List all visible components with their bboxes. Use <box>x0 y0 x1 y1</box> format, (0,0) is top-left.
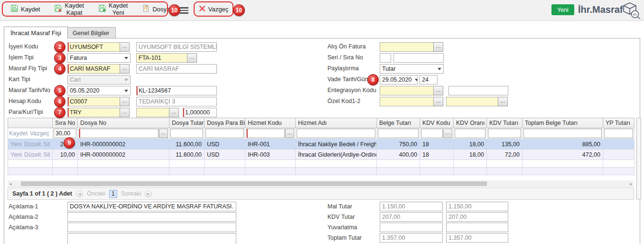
row-new-link[interactable]: Yeni <box>10 151 22 158</box>
fatura-kodu-lookup-button[interactable] <box>187 53 197 63</box>
col-header-kdv-tutari[interactable]: KDV Tutarı <box>487 118 523 128</box>
col-header-toplam-belge-tutari[interactable]: Toplam Belge Tutarı <box>523 118 603 128</box>
cube-search-icon[interactable] <box>620 1 642 22</box>
col-header-dosya-tutar[interactable]: Dosya Tutar <box>169 118 205 128</box>
pager-next-button[interactable]: Sonraki <box>121 190 141 197</box>
edit-hizmet-kodu-lookup-button[interactable] <box>285 129 294 138</box>
row-delete-link[interactable]: Sil <box>43 141 50 148</box>
h-scroll-right-arrow[interactable]: › <box>627 180 634 187</box>
grid-save-link[interactable]: Kaydet <box>9 130 28 137</box>
kur-degeri-input[interactable]: 1,000000 <box>183 108 217 117</box>
aciklama-extra-input[interactable] <box>67 233 236 244</box>
cell-dosya-tutar: 11.600,00 <box>169 139 205 150</box>
edit-yp-tutari-input[interactable] <box>604 129 633 138</box>
col-header-hizmet-adi[interactable]: Hizmet Adı <box>296 118 377 128</box>
annotation-badge-5: 5 <box>54 85 65 96</box>
edit-dosya-tutar-input[interactable] <box>170 129 203 138</box>
edit-dosya-para-birimi-input[interactable] <box>205 129 244 138</box>
masraf-tarih-datepicker[interactable]: 05.05.2020 <box>67 86 131 95</box>
aciklama-1-input[interactable]: DOSYA NAKLİYE-ORDİNO VE ARDİYE MASRAF FA… <box>67 202 236 211</box>
entegrasyon-kodu-lookup-button[interactable] <box>433 86 443 95</box>
annotation-badge-4: 4 <box>54 63 65 75</box>
para-birimi-lookup-button[interactable] <box>120 108 130 117</box>
cell-yp-tutari <box>603 139 635 150</box>
row-edit-link[interactable]: Düzelt <box>24 141 41 148</box>
masraf-no-input[interactable]: KL-1234567 <box>136 86 217 95</box>
ihr-masraf-window: Kaydet Kaydet Kapat Kaydet Yeni Dosya 10… <box>0 0 644 244</box>
vade-tarih-datepicker[interactable]: 29.05.2020 <box>380 75 418 84</box>
cell-hizmet-adi: İhracat Giderleri(Ardiye-Ordino) <box>296 150 377 160</box>
label-aciklama-3: Açıklama-3 <box>9 224 38 231</box>
pager-prev-button[interactable]: Önceki <box>87 190 105 197</box>
h-scrollbar-thumb[interactable] <box>21 181 487 186</box>
alis-on-fatura-input[interactable] <box>380 42 434 52</box>
col-header-belge-tutari[interactable]: Belge Tutarı <box>377 118 420 128</box>
col-header-kdv-kodu[interactable]: KDV Kodu <box>420 118 454 128</box>
islem-tipi-select[interactable]: Fatura <box>67 53 131 63</box>
col-header-yp-tutari[interactable]: YP Tutarı <box>603 118 635 128</box>
table-row[interactable]: YeniDüzeltSilKopyala 10,00 IHR-000000000… <box>8 150 635 160</box>
v-scrollbar[interactable] <box>636 118 641 199</box>
edit-kdv-kodu-input[interactable] <box>421 129 443 138</box>
col-header-sira-no[interactable]: Sıra No <box>53 118 78 128</box>
edit-dosya-no-input[interactable] <box>79 129 159 138</box>
expense-lines-table: Sıra No Dosya No Dosya Tutar Dosya Para … <box>8 118 635 175</box>
row-delete-link[interactable]: Sil <box>43 151 50 158</box>
ozel-kod-2-input[interactable] <box>446 97 498 106</box>
edit-kdv-kodu-lookup-button[interactable] <box>443 129 452 138</box>
edit-hizmet-kodu-input[interactable] <box>246 129 285 138</box>
kur-tipi-lookup-button[interactable] <box>169 108 179 117</box>
isyeri-kodu-input[interactable]: UYUMSOFT <box>67 42 120 52</box>
sira-no-input[interactable] <box>393 53 444 63</box>
col-header-hizmet-kodu[interactable]: Hizmet Kodu <box>245 118 296 128</box>
tab-ihracat-masraf-fisi[interactable]: İhracat Masraf Fişi <box>4 27 68 38</box>
col-header-kdv-orani[interactable]: KDV Oranı <box>454 118 487 128</box>
paylastirma-select[interactable]: Tutar <box>380 64 444 74</box>
col-header-dosya-no[interactable]: Dosya No <box>78 118 169 128</box>
table-row[interactable]: YeniDüzeltSilKopyala 20,00 IHR-000000000… <box>8 139 635 150</box>
seri-input[interactable] <box>380 53 391 63</box>
hesap-kodu-input[interactable]: C0007 <box>67 97 120 106</box>
entegrasyon-kodu-input[interactable] <box>380 86 434 95</box>
ozel-kod-2-lookup-button[interactable] <box>498 97 508 106</box>
row-new-link[interactable]: Yeni <box>10 141 22 148</box>
toplam-tutar-input-2: 1.357,00 <box>446 233 508 243</box>
menu-lines-icon[interactable] <box>180 7 188 15</box>
edit-dosya-no-lookup-button[interactable] <box>159 129 168 138</box>
kur-tipi-input[interactable] <box>136 108 169 117</box>
pager-prev-icon[interactable]: ◀ <box>76 190 83 197</box>
grid-edit-row: KaydetVazgeç 30,00 <box>8 128 635 139</box>
aciklama-3-input[interactable] <box>67 223 236 232</box>
isyeri-kodu-lookup-button[interactable] <box>120 42 130 52</box>
fatura-kodu-input[interactable]: FTA-101 <box>136 53 187 63</box>
ozel-kod-1-lookup-button[interactable] <box>433 97 443 106</box>
ozel-kod-1-input[interactable] <box>380 97 434 106</box>
label-seri-sira-no: Seri / Sıra No <box>327 54 363 61</box>
isyeri-kodu-desc: UYUMSOFT BİLGİ SİSTEMLERİ \ <box>136 42 217 52</box>
edit-sira-no-input[interactable]: 30,00 <box>54 129 76 138</box>
masraf-fis-tipi-lookup-button[interactable] <box>120 64 130 74</box>
masraf-fis-tipi-input[interactable]: CARİ MASRAF <box>67 64 120 74</box>
hesap-kodu-lookup-button[interactable] <box>120 97 130 106</box>
vade-gun-input[interactable]: 24 <box>420 75 438 84</box>
aciklama-2-input[interactable] <box>67 212 236 222</box>
edit-belge-tutari-input[interactable] <box>378 129 419 138</box>
row-edit-link[interactable]: Düzelt <box>24 151 41 158</box>
pager-page-1[interactable]: 1 <box>109 190 117 198</box>
h-scrollbar[interactable]: ‹ › <box>8 180 634 187</box>
alis-on-fatura-lookup-button[interactable] <box>433 42 443 52</box>
tab-genel-bilgiler[interactable]: Genel Bilgiler <box>66 27 116 38</box>
para-birimi-input[interactable]: TRY <box>67 108 120 117</box>
edit-hizmet-adi-input[interactable] <box>297 129 375 138</box>
edit-toplam-belge-tutari-input[interactable] <box>523 129 602 138</box>
pager-next-icon[interactable]: ▶ <box>145 190 152 197</box>
toplam-tutar-input-1: 1.357,00 <box>380 233 443 243</box>
grid-cancel-link[interactable]: Vazgeç <box>30 130 49 137</box>
edit-kdv-orani-input[interactable] <box>455 129 485 138</box>
col-header-dosya-para-birimi[interactable]: Dosya Para Birimi <box>205 118 245 128</box>
cell-belge-tutari: 750,00 <box>377 139 420 150</box>
h-scroll-left-arrow[interactable]: ‹ <box>8 180 14 187</box>
entegrasyon-kodu-2-input[interactable] <box>448 86 508 95</box>
label-masraf-tarih-no: Masraf Tarih/No <box>9 87 50 94</box>
edit-kdv-tutari-input[interactable] <box>488 129 521 138</box>
